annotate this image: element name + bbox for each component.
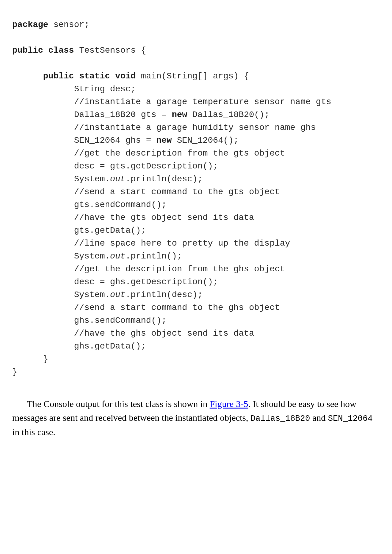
code-text: main(String[] args) { <box>136 71 249 81</box>
code-text: sensor; <box>48 20 89 29</box>
keyword-new: new <box>172 110 187 119</box>
code-text: SEN_12064(); <box>172 136 239 145</box>
static-field-out: out <box>110 251 125 261</box>
code-text: .println(desc); <box>126 290 203 300</box>
code-text: .println(); <box>126 251 182 261</box>
code-line: desc = gts.getDescription(); <box>12 161 218 171</box>
inline-code: SEN_12064 <box>328 414 373 423</box>
code-text: System. <box>12 290 110 300</box>
code-text: System. <box>12 251 110 261</box>
code-comment: //send a start command to the gts object <box>12 187 280 197</box>
figure-link[interactable]: Figure 3-5 <box>210 399 248 409</box>
code-text: SEN_12064 ghs = <box>12 136 156 145</box>
paragraph-text: and <box>310 413 328 423</box>
code-block: package sensor; public class TestSensors… <box>12 18 383 379</box>
keyword-method-sig: public static void <box>43 71 136 81</box>
code-line: desc = ghs.getDescription(); <box>12 277 218 287</box>
keyword-new: new <box>156 136 172 145</box>
code-comment: //instantiate a garage temperature senso… <box>12 97 331 107</box>
code-comment: //send a start command to the ghs object <box>12 303 280 312</box>
code-comment: //line space here to pretty up the displ… <box>12 239 290 248</box>
code-text: Dallas_18B20(); <box>187 110 270 119</box>
code-text: TestSensors { <box>74 46 146 55</box>
code-line: gts.sendCommand(); <box>12 200 167 209</box>
keyword-public-class: public class <box>12 46 74 55</box>
code-comment: //instantiate a garage humidity sensor n… <box>12 123 316 132</box>
code-text: System. <box>12 174 110 184</box>
code-line: } <box>12 367 17 377</box>
code-line: String desc; <box>12 84 136 94</box>
code-comment: //get the description from the ghs objec… <box>12 264 285 274</box>
code-line: gts.getData(); <box>12 226 146 235</box>
code-line: ghs.sendCommand(); <box>12 316 167 325</box>
static-field-out: out <box>110 290 125 300</box>
code-comment: //get the description from the gts objec… <box>12 149 285 158</box>
inline-code: Dallas_18B20 <box>251 414 310 423</box>
paragraph-text: in this case. <box>12 427 55 437</box>
static-field-out: out <box>110 174 125 184</box>
code-comment: //have the gts object send its data <box>12 213 254 222</box>
code-comment: //have the ghs object send its data <box>12 329 254 338</box>
keyword-package: package <box>12 20 48 29</box>
code-line: } <box>12 354 48 364</box>
code-text: .println(desc); <box>126 174 203 184</box>
paragraph-text: The Console output for this test class i… <box>27 399 210 409</box>
code-indent <box>12 71 43 81</box>
code-text: Dallas_18B20 gts = <box>12 110 172 119</box>
code-line: ghs.getData(); <box>12 341 146 351</box>
paragraph: The Console output for this test class i… <box>12 397 380 439</box>
